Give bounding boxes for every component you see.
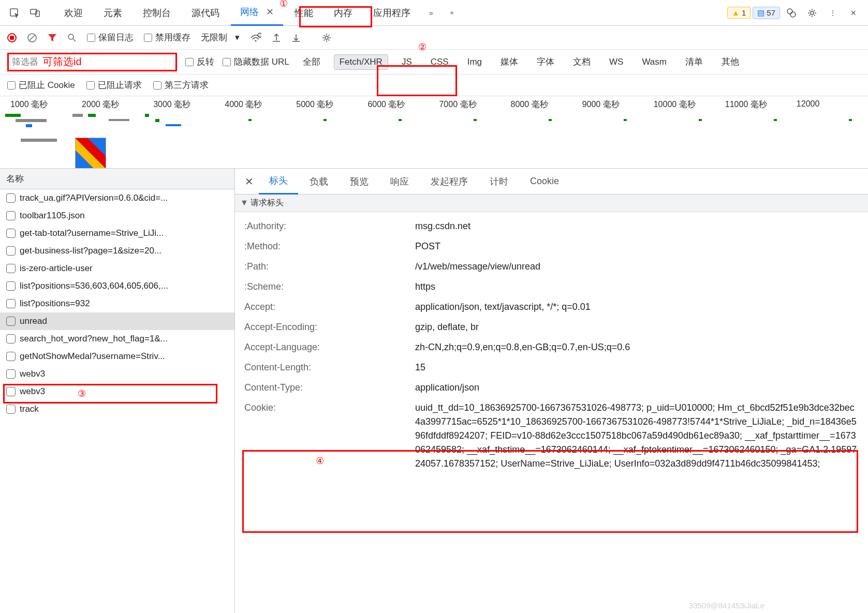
warning-icon: ▲	[732, 8, 740, 17]
type-css[interactable]: CSS	[425, 55, 454, 69]
hide-data-url-checkbox[interactable]: 隐藏数据 URL	[223, 56, 289, 68]
inspect-icon[interactable]	[5, 4, 24, 22]
top-tab-bar: 欢迎 元素 控制台 源代码 网络 ✕ 性能 内存 应用程序 » ＋ ▲1 ▤57…	[0, 0, 868, 26]
add-tab-icon[interactable]: ＋	[443, 4, 461, 22]
tab-elements[interactable]: 元素	[94, 1, 131, 25]
filter-input[interactable]: 筛选器 可筛选id	[7, 53, 177, 71]
header-value: application/json, text/javascript, */*; …	[415, 300, 859, 314]
dtab-initiator[interactable]: 发起程序	[420, 169, 478, 194]
type-fetch-xhr[interactable]: Fetch/XHR	[334, 54, 388, 70]
file-icon	[6, 193, 16, 203]
blocked-request-checkbox[interactable]: 已阻止请求	[86, 79, 142, 91]
request-row[interactable]: webv3	[0, 365, 234, 383]
file-icon	[6, 387, 16, 396]
request-row[interactable]: webv3	[0, 383, 234, 400]
blocked-cookie-checkbox[interactable]: 已阻止 Cookie	[7, 79, 75, 91]
request-row[interactable]: get-tab-total?username=Strive_LiJi...	[0, 225, 234, 242]
filter-icon[interactable]	[48, 33, 57, 42]
dtab-cookies[interactable]: Cookie	[520, 170, 569, 193]
search-icon[interactable]	[67, 33, 77, 42]
tab-welcome[interactable]: 欢迎	[55, 1, 92, 25]
warning-badge[interactable]: ▲1	[727, 7, 751, 19]
dtab-response[interactable]: 响应	[380, 169, 419, 194]
type-ws[interactable]: WS	[604, 55, 628, 69]
svg-point-10	[255, 40, 257, 41]
tab-sources[interactable]: 源代码	[182, 1, 229, 25]
request-name: list?positions=932	[20, 298, 90, 309]
type-img[interactable]: Img	[462, 55, 487, 69]
throttle-select[interactable]: 无限制 ▾	[201, 32, 240, 43]
tab-memory[interactable]: 内存	[325, 1, 362, 25]
type-manifest[interactable]: 清单	[680, 54, 708, 70]
request-list: track_ua.gif?APIVersion=0.6.0&cid=...too…	[0, 189, 234, 418]
tab-console[interactable]: 控制台	[134, 1, 180, 25]
disable-cache-label: 禁用缓存	[155, 32, 190, 43]
header-name: Accept-Encoding:	[244, 320, 415, 334]
tab-performance[interactable]: 性能	[285, 1, 322, 25]
request-row[interactable]: get-business-list?page=1&size=20...	[0, 242, 234, 260]
network-conditions-icon[interactable]	[250, 33, 261, 43]
request-headers-section[interactable]: ▼请求标头	[235, 195, 868, 212]
disable-cache-checkbox[interactable]: 禁用缓存	[144, 32, 190, 43]
preserve-log-checkbox[interactable]: 保留日志	[87, 32, 134, 43]
request-row[interactable]: track_ua.gif?APIVersion=0.6.0&cid=...	[0, 189, 234, 207]
request-name: get-tab-total?username=Strive_LiJi...	[20, 228, 164, 238]
tab-network[interactable]: 网络 ✕	[231, 0, 283, 26]
dtab-timing[interactable]: 计时	[479, 169, 519, 194]
file-icon	[6, 229, 16, 238]
file-icon	[6, 352, 16, 361]
file-icon	[6, 299, 16, 308]
close-details-icon[interactable]: ✕	[240, 175, 258, 188]
request-row[interactable]: unread	[0, 312, 234, 330]
close-devtools-icon[interactable]: ✕	[844, 4, 863, 22]
tick: 7000 毫秒	[439, 99, 510, 110]
request-row[interactable]: toolbar1105.json	[0, 207, 234, 225]
type-js[interactable]: JS	[396, 55, 417, 69]
tick: 8000 毫秒	[511, 99, 582, 110]
header-value: https	[415, 280, 859, 294]
header-name: Content-Type:	[244, 381, 415, 395]
request-row[interactable]: getNotShowMedal?username=Striv...	[0, 348, 234, 365]
type-doc[interactable]: 文档	[568, 54, 596, 70]
close-icon[interactable]: ✕	[261, 7, 274, 17]
import-icon[interactable]	[272, 33, 281, 42]
tab-application[interactable]: 应用程序	[364, 1, 420, 25]
timeline-overview[interactable]: 1000 毫秒 2000 毫秒 3000 毫秒 4000 毫秒 5000 毫秒 …	[0, 96, 868, 169]
dtab-payload[interactable]: 负载	[299, 169, 339, 194]
filter-annotation-text: 可筛选id	[42, 55, 82, 69]
invert-checkbox[interactable]: 反转	[185, 56, 214, 68]
file-icon	[6, 264, 16, 273]
export-icon[interactable]	[291, 33, 301, 42]
clear-icon[interactable]	[27, 33, 37, 43]
request-row[interactable]: search_hot_word?new_hot_flag=1&...	[0, 330, 234, 348]
type-font[interactable]: 字体	[532, 54, 560, 70]
request-row[interactable]: list?positions=932	[0, 295, 234, 312]
more-tabs-icon[interactable]: »	[422, 4, 440, 22]
request-row[interactable]: list?positions=536,603,604,605,606,...	[0, 277, 234, 295]
device-toggle-icon[interactable]	[26, 4, 45, 22]
type-other[interactable]: 其他	[716, 54, 744, 70]
header-name: Cookie:	[244, 401, 415, 471]
settings-icon[interactable]	[803, 4, 821, 22]
record-button[interactable]	[7, 33, 17, 42]
request-row[interactable]: track	[0, 400, 234, 418]
dtab-headers[interactable]: 标头	[259, 168, 298, 195]
type-wasm[interactable]: Wasm	[637, 55, 672, 69]
header-value: zh-CN,zh;q=0.9,en;q=0.8,en-GB;q=0.7,en-U…	[415, 340, 859, 354]
tick: 4000 毫秒	[225, 99, 296, 110]
type-all[interactable]: 全部	[298, 54, 326, 70]
request-name: is-zero-article-user	[20, 263, 93, 274]
settings-gear-icon[interactable]	[321, 33, 332, 43]
dtab-preview[interactable]: 预览	[340, 169, 379, 194]
kebab-menu-icon[interactable]: ⋮	[823, 4, 842, 22]
filter-placeholder: 筛选器	[12, 56, 38, 68]
issues-icon[interactable]	[782, 4, 801, 22]
message-badge[interactable]: ▤57	[753, 7, 780, 19]
header-row: Cookie:uuid_tt_dd=10_18636925700-1667367…	[244, 398, 859, 474]
third-party-checkbox[interactable]: 第三方请求	[153, 79, 209, 91]
request-row[interactable]: is-zero-article-user	[0, 260, 234, 277]
tick: 2000 毫秒	[82, 99, 153, 110]
header-value: gzip, deflate, br	[415, 320, 859, 334]
tick: 6000 毫秒	[367, 99, 439, 110]
type-media[interactable]: 媒体	[495, 54, 523, 70]
